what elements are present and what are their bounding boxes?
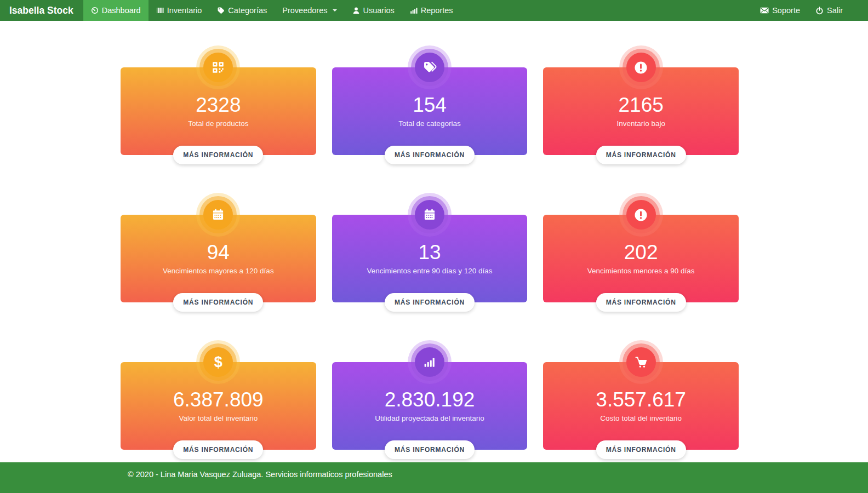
more-info-button[interactable]: MÁS INFORMACIÓN — [385, 440, 475, 459]
nav-item-label: Usuarios — [363, 6, 395, 15]
stat-card-vencimientos-menores-90: 202 Vencimientos menores a 90 días MÁS I… — [543, 215, 739, 302]
user-icon — [352, 7, 360, 14]
stat-label: Valor total del inventario — [121, 414, 316, 422]
calendar-icon — [415, 200, 444, 230]
stat-label: Inventario bajo — [543, 119, 739, 128]
qrcode-icon — [203, 53, 233, 82]
more-info-button[interactable]: MÁS INFORMACIÓN — [596, 146, 686, 164]
exclamation-circle-icon — [626, 53, 656, 82]
tag-icon — [217, 7, 225, 14]
nav-item-label: Dashboard — [102, 6, 141, 15]
stat-label: Utilidad proyectada del inventario — [332, 414, 528, 422]
stat-value: 2328 — [121, 95, 316, 115]
nav-item-label: Soporte — [772, 6, 800, 15]
nav-item-label: Salir — [827, 6, 843, 15]
stat-value: 202 — [543, 242, 739, 262]
more-info-button[interactable]: MÁS INFORMACIÓN — [596, 440, 686, 459]
calendar-icon — [203, 200, 233, 230]
bar-chart-icon — [410, 7, 418, 14]
stat-card-vencimientos-mayores-120: 94 Vencimientos mayores a 120 días MÁS I… — [121, 215, 316, 302]
stats-grid: 2328 Total de productos MÁS INFORMACIÓN … — [121, 67, 739, 450]
stat-card-costo-total: 3.557.617 Costo total del inventario MÁS… — [543, 362, 739, 450]
stat-value: 154 — [332, 95, 528, 115]
nav-item-soporte[interactable]: Soporte — [752, 0, 808, 21]
nav-item-label: Inventario — [167, 6, 202, 15]
nav-item-salir[interactable]: Salir — [808, 0, 850, 21]
stat-card-utilidad-proyectada: 2.830.192 Utilidad proyectada del invent… — [332, 362, 528, 450]
tags-icon — [415, 53, 444, 82]
more-info-button[interactable]: MÁS INFORMACIÓN — [173, 440, 263, 459]
nav-item-dashboard[interactable]: Dashboard — [83, 0, 149, 21]
stat-value: 2165 — [543, 95, 739, 115]
more-info-button[interactable]: MÁS INFORMACIÓN — [173, 293, 263, 312]
stat-label: Vencimientos entre 90 días y 120 días — [332, 267, 528, 275]
more-info-button[interactable]: MÁS INFORMACIÓN — [173, 146, 263, 164]
nav-item-categorias[interactable]: Categorías — [209, 0, 275, 21]
nav-item-inventario[interactable]: Inventario — [149, 0, 210, 21]
stat-value: 6.387.809 — [121, 389, 316, 410]
bar-chart-icon — [415, 347, 444, 377]
nav-item-usuarios[interactable]: Usuarios — [345, 0, 402, 21]
shopping-cart-icon — [626, 347, 656, 377]
nav-item-label: Reportes — [421, 6, 453, 15]
stat-card-valor-total: $ 6.387.809 Valor total del inventario M… — [121, 362, 316, 450]
nav-spacer — [461, 0, 753, 21]
footer: © 2020 - Lina Maria Vasquez Zuluaga. Ser… — [0, 462, 868, 493]
stat-value: 2.830.192 — [332, 389, 528, 410]
dashboard-icon — [91, 7, 99, 14]
stat-value: 94 — [121, 242, 316, 262]
footer-text: © 2020 - Lina Maria Vasquez Zuluaga. Ser… — [128, 462, 868, 479]
nav-item-reportes[interactable]: Reportes — [402, 0, 461, 21]
stat-label: Costo total del inventario — [543, 414, 739, 422]
stat-value: 13 — [332, 242, 528, 262]
stat-card-inventario-bajo: 2165 Inventario bajo MÁS INFORMACIÓN — [543, 67, 739, 155]
nav-item-label: Categorías — [228, 6, 267, 15]
stat-card-vencimientos-90-120: 13 Vencimientos entre 90 días y 120 días… — [332, 215, 528, 302]
more-info-button[interactable]: MÁS INFORMACIÓN — [385, 146, 475, 164]
nav-item-proveedores[interactable]: Proveedores — [275, 0, 344, 21]
power-icon — [815, 7, 824, 15]
stat-card-total-productos: 2328 Total de productos MÁS INFORMACIÓN — [121, 67, 316, 155]
barcode-icon — [156, 7, 164, 14]
envelope-icon — [760, 7, 769, 14]
stat-label: Vencimientos mayores a 120 días — [121, 267, 316, 275]
dollar-icon: $ — [203, 347, 233, 377]
stat-value: 3.557.617 — [543, 389, 739, 410]
stat-card-total-categorias: 154 Total de categorias MÁS INFORMACIÓN — [332, 67, 528, 155]
caret-down-icon — [333, 9, 337, 12]
exclamation-circle-icon — [626, 200, 656, 230]
app-brand[interactable]: Isabella Stock — [0, 0, 83, 21]
nav-item-label: Proveedores — [282, 6, 327, 15]
more-info-button[interactable]: MÁS INFORMACIÓN — [596, 293, 686, 312]
stat-label: Total de productos — [121, 119, 316, 128]
stat-label: Vencimientos menores a 90 días — [543, 267, 739, 275]
nav-left: Dashboard Inventario Categorías Proveedo… — [83, 0, 461, 21]
more-info-button[interactable]: MÁS INFORMACIÓN — [385, 293, 475, 312]
navbar: Isabella Stock Dashboard Inventario Cate… — [0, 0, 868, 21]
stat-label: Total de categorias — [332, 119, 528, 128]
nav-right: Soporte Salir — [752, 0, 850, 21]
